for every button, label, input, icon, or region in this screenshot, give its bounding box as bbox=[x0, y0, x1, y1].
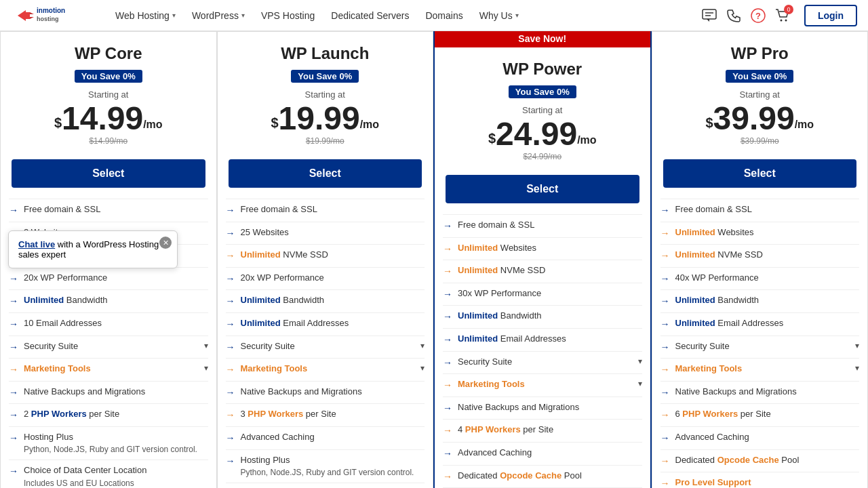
features-list-wp-pro: → Free domain & SSL → Unlimited Websites… bbox=[652, 199, 868, 488]
arrow-icon: → bbox=[9, 386, 18, 400]
arrow-icon: → bbox=[660, 341, 670, 354]
feature-item: → Unlimited Email Addresses bbox=[443, 328, 642, 351]
chat-live-link[interactable]: Chat live bbox=[18, 239, 55, 249]
feature-text: Native Backups and Migrations bbox=[675, 386, 860, 398]
chevron-down-icon[interactable]: ▾ bbox=[204, 363, 208, 374]
save-badge: You Save 0% bbox=[726, 70, 793, 83]
plan-title: WP Power bbox=[446, 60, 639, 79]
arrow-icon: → bbox=[9, 465, 18, 479]
arrow-icon: → bbox=[9, 409, 18, 422]
feature-item: → Security Suite ▾ bbox=[9, 336, 208, 359]
chevron-down-icon[interactable]: ▾ bbox=[638, 378, 642, 390]
select-button-wp-power[interactable]: Select bbox=[446, 175, 639, 203]
feature-text: Dedicated Opcode Cache Pool bbox=[458, 470, 642, 482]
feature-item: → 20x WP Performance bbox=[226, 267, 425, 290]
arrow-icon: → bbox=[660, 249, 670, 263]
nav-icons: ? 0 Login bbox=[700, 5, 857, 26]
login-button[interactable]: Login bbox=[804, 5, 857, 26]
chat-popup: ✕ Chat live with a WordPress Hosting sal… bbox=[8, 230, 178, 268]
feature-item: → Marketing Tools ▾ bbox=[226, 358, 425, 381]
feature-item: → Native Backups and Migrations bbox=[226, 381, 425, 404]
feature-text: 4 PHP Workers per Site bbox=[458, 424, 642, 436]
feature-item: → 6 PHP Workers per Site bbox=[660, 403, 860, 426]
feature-text: 20x WP Performance bbox=[241, 272, 425, 284]
feature-text: Pro Level Support bbox=[675, 476, 860, 488]
nav-item-wordpress[interactable]: WordPress ▾ bbox=[185, 0, 252, 31]
svg-point-12 bbox=[780, 19, 782, 21]
arrow-icon: → bbox=[443, 220, 452, 233]
nav-item-vps-hosting[interactable]: VPS Hosting bbox=[254, 0, 321, 31]
chevron-down-icon[interactable]: ▾ bbox=[855, 340, 859, 352]
currency-symbol: $ bbox=[271, 115, 278, 131]
arrow-icon: → bbox=[226, 432, 235, 445]
nav-item-why-us[interactable]: Why Us ▾ bbox=[473, 0, 526, 31]
feature-item: → Advanced Caching bbox=[660, 426, 860, 449]
feature-item: → Unlimited Bandwidth bbox=[9, 289, 208, 312]
chevron-down-icon[interactable]: ▾ bbox=[855, 363, 859, 374]
price-per: /mo bbox=[577, 134, 596, 146]
chevron-down-icon: ▾ bbox=[515, 12, 519, 19]
plan-title: WP Launch bbox=[229, 44, 422, 63]
plan-header-wp-launch: WP Launch You Save 0% Starting at $ 19.9… bbox=[218, 32, 433, 159]
chevron-down-icon[interactable]: ▾ bbox=[204, 340, 208, 352]
feature-item: → Hosting Plus Python, Node.JS, Ruby and… bbox=[226, 449, 425, 483]
feature-text: Free domain & SSL bbox=[458, 219, 642, 231]
feature-item: → Security Suite ▾ bbox=[226, 336, 425, 359]
svg-text:?: ? bbox=[755, 11, 761, 21]
select-button-wp-core[interactable]: Select bbox=[12, 159, 205, 188]
price-row: $ 14.99 /mo bbox=[12, 102, 205, 135]
cart-count-badge: 0 bbox=[784, 5, 793, 14]
feature-text: Marketing Tools bbox=[458, 378, 638, 390]
svg-rect-1 bbox=[26, 12, 30, 19]
feature-item: → Unlimited Websites bbox=[443, 237, 642, 260]
chevron-down-icon[interactable]: ▾ bbox=[420, 340, 425, 352]
select-button-wp-launch[interactable]: Select bbox=[229, 159, 422, 188]
feature-text: Hosting Plus Python, Node.JS, Ruby and G… bbox=[24, 431, 208, 455]
nav-item-domains[interactable]: Domains bbox=[418, 0, 469, 31]
chat-icon[interactable] bbox=[700, 6, 719, 25]
feature-item: → Native Backups and Migrations bbox=[9, 381, 208, 404]
feature-item: → Marketing Tools ▾ bbox=[443, 373, 642, 396]
select-button-wp-pro[interactable]: Select bbox=[663, 159, 857, 188]
arrow-icon: → bbox=[443, 470, 452, 484]
phone-icon[interactable] bbox=[724, 6, 743, 25]
feature-item: → Unlimited NVMe SSD bbox=[443, 260, 642, 283]
feature-text: Security Suite bbox=[24, 340, 204, 352]
cart-icon[interactable]: 0 bbox=[773, 6, 792, 25]
price-amount: 24.99 bbox=[496, 118, 577, 150]
feature-text: Unlimited Bandwidth bbox=[675, 294, 860, 306]
plan-col-wp-pro: WP Pro You Save 0% Starting at $ 39.99 /… bbox=[652, 31, 869, 488]
arrow-icon: → bbox=[443, 265, 452, 279]
feature-item: → 3 PHP Workers per Site bbox=[226, 403, 425, 426]
nav-links: Web Hosting ▾ WordPress ▾ VPS Hosting De… bbox=[108, 0, 700, 31]
feature-item: → Unlimited Email Addresses bbox=[226, 312, 425, 336]
feature-text: Choice of Data Center Location Includes … bbox=[24, 464, 208, 488]
original-price: $14.99/mo bbox=[12, 136, 205, 146]
chevron-down-icon[interactable]: ▾ bbox=[638, 356, 642, 367]
arrow-icon: → bbox=[9, 204, 18, 218]
price-amount: 14.99 bbox=[62, 102, 143, 135]
starting-at-label: Starting at bbox=[663, 89, 857, 100]
feature-text: Native Backups and Migrations bbox=[24, 386, 208, 398]
close-icon[interactable]: ✕ bbox=[159, 237, 172, 249]
price-amount: 19.99 bbox=[279, 102, 360, 135]
arrow-icon: → bbox=[9, 341, 18, 354]
feature-text: Security Suite bbox=[458, 356, 638, 368]
feature-text: Marketing Tools bbox=[675, 363, 856, 375]
help-icon[interactable]: ? bbox=[749, 6, 768, 25]
feature-text: Unlimited Bandwidth bbox=[24, 294, 208, 306]
feature-text: Unlimited Websites bbox=[675, 226, 860, 239]
plan-col-wp-launch: WP Launch You Save 0% Starting at $ 19.9… bbox=[217, 31, 434, 488]
nav-item-web-hosting[interactable]: Web Hosting ▾ bbox=[108, 0, 182, 31]
starting-at-label: Starting at bbox=[446, 105, 639, 115]
arrow-icon: → bbox=[660, 204, 670, 218]
nav-item-dedicated-servers[interactable]: Dedicated Servers bbox=[324, 0, 416, 31]
arrow-icon: → bbox=[226, 204, 235, 218]
arrow-icon: → bbox=[660, 295, 670, 308]
chevron-down-icon[interactable]: ▾ bbox=[420, 363, 425, 374]
feature-item: → Native Backups and Migrations bbox=[660, 381, 860, 404]
plan-header-wp-pro: WP Pro You Save 0% Starting at $ 39.99 /… bbox=[652, 32, 868, 159]
feature-text: Unlimited NVMe SSD bbox=[458, 264, 642, 277]
feature-text: Unlimited NVMe SSD bbox=[241, 249, 425, 261]
logo[interactable]: inmotion hosting bbox=[11, 3, 92, 28]
